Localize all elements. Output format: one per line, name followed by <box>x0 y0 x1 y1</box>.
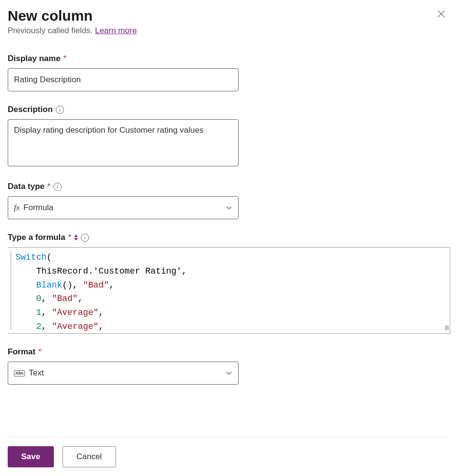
panel-header: New column <box>8 8 449 24</box>
data-type-value: Formula <box>24 203 53 213</box>
data-type-label: Data type <box>8 182 45 191</box>
code-line: 1, "Average", <box>15 306 446 320</box>
required-indicator: * <box>63 54 66 63</box>
data-type-group: Data type * i fx Formula <box>8 182 449 219</box>
chevron-down-icon <box>226 370 232 376</box>
info-icon[interactable]: i <box>56 106 64 114</box>
panel-footer: Save Cancel <box>8 437 449 476</box>
description-group: Description i <box>8 105 449 168</box>
format-group: Format * Abc Text <box>8 347 449 385</box>
scrollbar-thumb[interactable] <box>445 326 449 330</box>
formula-label: Type a formula <box>8 233 65 242</box>
chevron-down-icon <box>226 204 232 211</box>
code-line: 0, "Bad", <box>15 292 446 306</box>
text-icon: Abc <box>14 370 25 376</box>
info-icon[interactable]: i <box>81 234 89 242</box>
panel-title: New column <box>8 8 93 24</box>
expand-collapse-icon[interactable] <box>74 235 78 240</box>
description-label: Description <box>8 105 53 114</box>
format-select[interactable]: Abc Text <box>8 362 239 385</box>
required-indicator: * <box>68 233 71 242</box>
panel-subtitle: Previously called fields. Learn more <box>8 26 449 36</box>
display-name-input[interactable] <box>8 68 239 91</box>
display-name-label: Display name <box>8 54 61 63</box>
learn-more-link[interactable]: Learn more <box>95 26 137 35</box>
info-icon[interactable]: i <box>53 183 62 191</box>
display-name-group: Display name * <box>8 54 449 91</box>
required-indicator: * <box>48 182 51 191</box>
formula-icon: fx <box>14 203 20 212</box>
save-button[interactable]: Save <box>8 446 54 467</box>
code-line: 2, "Average", <box>15 320 446 334</box>
cancel-button[interactable]: Cancel <box>63 446 116 467</box>
data-type-select[interactable]: fx Formula <box>8 196 239 219</box>
formula-group: Type a formula * i Switch( ThisRecord.'C… <box>8 233 449 334</box>
new-column-panel: New column Previously called fields. Lea… <box>0 0 457 476</box>
required-indicator: * <box>38 348 41 356</box>
description-input[interactable] <box>8 119 239 166</box>
code-line: ThisRecord.'Customer Rating', <box>15 264 446 278</box>
code-line: Switch( <box>15 251 446 264</box>
subtitle-text: Previously called fields. <box>8 26 95 35</box>
close-icon[interactable] <box>433 8 449 22</box>
format-label: Format <box>8 347 36 357</box>
code-line: Blank(), "Bad", <box>15 278 446 292</box>
formula-editor[interactable]: Switch( ThisRecord.'Customer Rating', Bl… <box>8 247 450 334</box>
format-value: Text <box>29 368 44 378</box>
